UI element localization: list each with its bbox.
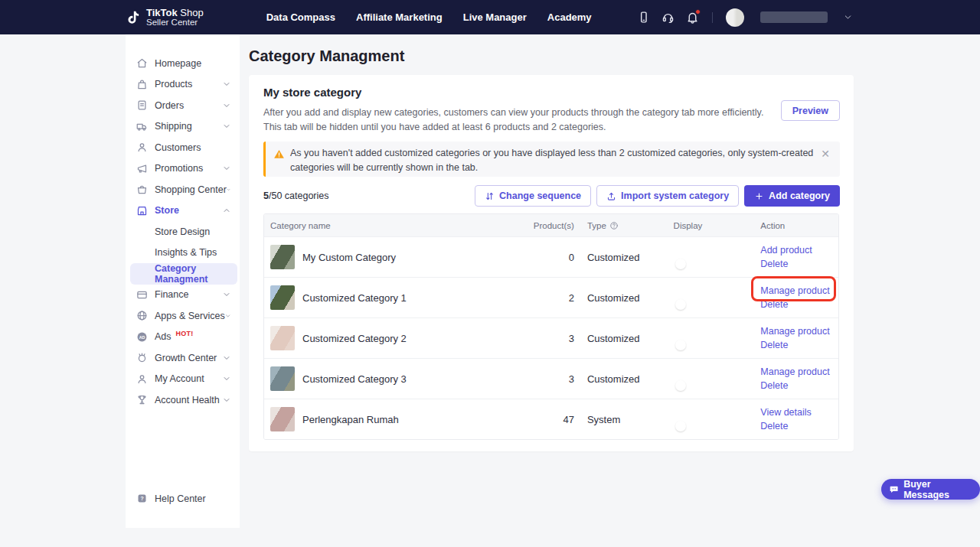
warning-banner: As you haven't added customized categori… <box>263 142 840 177</box>
chevron-down-icon <box>223 375 230 383</box>
apps-icon <box>136 310 148 321</box>
delete-link[interactable]: Delete <box>760 259 838 270</box>
delete-link[interactable]: Delete <box>760 421 838 432</box>
tiktok-shop-logo[interactable]: TikTok Shop Seller Center <box>125 8 204 27</box>
delete-link[interactable]: Delete <box>760 340 838 351</box>
sidebar-item-apps-services[interactable]: Apps & Services <box>126 305 240 327</box>
product-count: 3 <box>478 333 577 344</box>
product-count: 47 <box>478 414 577 425</box>
sidebar-item-my-account[interactable]: My Account <box>126 369 240 390</box>
logo-line2: Seller Center <box>146 18 204 27</box>
banner-close-icon[interactable]: ✕ <box>821 148 830 159</box>
store-icon <box>136 205 148 217</box>
chevron-down-icon <box>223 122 230 130</box>
seller-center-screen: TikTok Shop Seller Center Data Compass A… <box>0 0 980 547</box>
sidebar-subitem-insights-tips[interactable]: Insights & Tips <box>130 243 237 264</box>
chevron-up-icon <box>223 207 230 214</box>
sidebar-item-store[interactable]: Store <box>126 200 240 222</box>
sidebar-subitem-category-managment[interactable]: Category Managment <box>130 263 237 285</box>
page-title: Category Managment <box>249 47 404 65</box>
sidebar-item-growth-center[interactable]: Growth Center <box>126 347 240 369</box>
home-icon <box>136 57 148 69</box>
toolbar-row: 5/50 categories Change sequence Import s… <box>263 185 840 207</box>
orders-icon <box>136 99 148 111</box>
delete-link[interactable]: Delete <box>760 299 838 311</box>
chevron-down-icon <box>223 80 230 88</box>
account-chevron-down-icon[interactable] <box>844 13 852 21</box>
store-category-card: My store category After you add and disp… <box>249 75 854 451</box>
notifications-bell-icon[interactable] <box>686 11 699 24</box>
sidebar-item-homepage[interactable]: Homepage <box>126 53 240 74</box>
sidebar-item-label: Help Center <box>155 493 206 504</box>
shopping-center-icon <box>136 184 148 195</box>
action-links: Add productDelete <box>753 245 838 270</box>
sidebar-item-products[interactable]: Products <box>126 74 240 96</box>
card-description: After you add and display new categories… <box>263 106 775 135</box>
growth-icon <box>136 352 148 363</box>
edit-category-icon[interactable] <box>447 333 458 344</box>
sidebar-item-label: Homepage <box>155 58 201 69</box>
mobile-app-icon[interactable] <box>637 11 650 24</box>
sidebar-subitem-store-design[interactable]: Store Design <box>130 221 237 243</box>
top-navbar: TikTok Shop Seller Center Data Compass A… <box>0 0 980 34</box>
sidebar-item-label: Products <box>155 79 192 90</box>
action-links: View detailsDelete <box>753 407 838 432</box>
category-type: Customized <box>577 333 662 344</box>
sidebar-item-label: Shipping <box>155 121 192 132</box>
sidebar-item-label: Account Health <box>155 395 220 405</box>
sidebar-item-shopping-center[interactable]: Shopping Center <box>126 179 240 200</box>
manage-product-link[interactable]: Manage product <box>760 326 838 337</box>
sidebar-item-finance[interactable]: Finance <box>126 285 240 306</box>
delete-link[interactable]: Delete <box>760 380 838 392</box>
sidebar-item-shipping[interactable]: Shipping <box>126 116 240 138</box>
sidebar: HomepageProductsOrdersShippingCustomersP… <box>126 34 240 528</box>
chevron-down-icon <box>223 102 230 109</box>
edit-category-icon[interactable] <box>447 373 458 384</box>
buyer-messages-button[interactable]: Buyer Messages <box>881 479 980 500</box>
sidebar-item-help-center[interactable]: ? Help Center <box>126 488 240 510</box>
sidebar-item-label: My Account <box>155 373 204 384</box>
nav-item-academy[interactable]: Academy <box>547 11 592 23</box>
product-count: 3 <box>478 373 577 385</box>
action-links: Manage productDelete <box>753 366 838 392</box>
edit-category-icon[interactable] <box>447 252 458 262</box>
edit-category-icon[interactable] <box>447 292 458 303</box>
add-product-link[interactable]: Add product <box>760 245 838 256</box>
sidebar-item-label: Orders <box>155 100 184 111</box>
nav-item-live-manager[interactable]: Live Manager <box>463 11 527 23</box>
preview-button[interactable]: Preview <box>781 100 840 121</box>
card-heading: My store category <box>263 86 361 99</box>
change-sequence-button[interactable]: Change sequence <box>475 185 591 207</box>
sidebar-item-account-health[interactable]: Account Health <box>126 389 240 411</box>
manage-product-link[interactable]: Manage product <box>760 285 838 297</box>
nav-right-cluster <box>637 8 852 27</box>
view-details-link[interactable]: View details <box>760 407 838 418</box>
header-action: Action <box>753 221 838 230</box>
svg-text:?: ? <box>140 496 143 501</box>
notification-dot <box>695 9 701 15</box>
nav-item-data-compass[interactable]: Data Compass <box>266 11 335 23</box>
add-category-button[interactable]: Add category <box>744 185 840 207</box>
category-name: Customized Category 2 <box>302 333 407 344</box>
redacted-username <box>760 11 828 23</box>
sidebar-item-customers[interactable]: Customers <box>126 137 240 158</box>
chevron-down-icon <box>225 312 230 320</box>
category-name: My Custom Category <box>302 252 396 263</box>
tiktok-note-icon <box>125 8 141 27</box>
sidebar-item-ads[interactable]: ADAdsHOT! <box>126 327 240 348</box>
import-system-category-button[interactable]: Import system category <box>596 185 739 207</box>
category-name: Customized Category 1 <box>302 292 407 304</box>
sidebar-item-promotions[interactable]: Promotions <box>126 158 240 180</box>
support-headset-icon[interactable] <box>662 11 675 24</box>
type-info-icon[interactable] <box>609 221 619 230</box>
product-count: 2 <box>478 292 577 304</box>
edit-category-icon[interactable] <box>447 414 458 425</box>
sidebar-item-orders[interactable]: Orders <box>126 95 240 116</box>
nav-item-affiliate-marketing[interactable]: Affiliate Marketing <box>356 11 443 23</box>
category-thumbnail <box>270 245 295 269</box>
avatar[interactable] <box>726 8 744 27</box>
category-thumbnail <box>270 326 295 350</box>
manage-product-link[interactable]: Manage product <box>760 366 838 378</box>
sidebar-item-label: Growth Center <box>155 353 217 363</box>
products-icon <box>136 79 148 90</box>
